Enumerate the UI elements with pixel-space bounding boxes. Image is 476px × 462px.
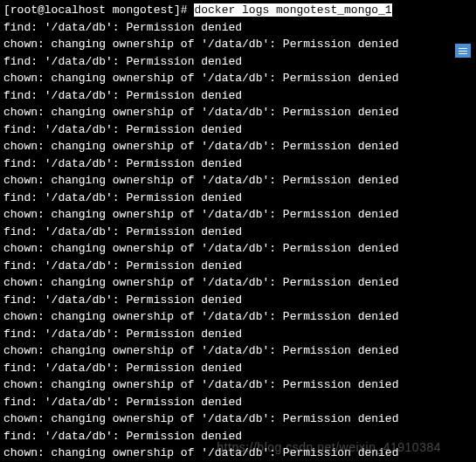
- log-line: chown: changing ownership of '/data/db':…: [3, 342, 473, 360]
- log-line: find: '/data/db': Permission denied: [3, 19, 473, 37]
- log-line: find: '/data/db': Permission denied: [3, 190, 473, 207]
- log-line: find: '/data/db': Permission denied: [3, 326, 473, 343]
- terminal-output[interactable]: [root@localhost mongotest]# docker logs …: [3, 2, 473, 462]
- shell-prompt: [root@localhost mongotest]#: [3, 3, 194, 17]
- selection-menu-icon[interactable]: [455, 44, 471, 58]
- log-line: chown: changing ownership of '/data/db':…: [3, 138, 473, 155]
- log-line: chown: changing ownership of '/data/db':…: [3, 70, 473, 87]
- log-line: chown: changing ownership of '/data/db':…: [3, 36, 473, 53]
- log-line: find: '/data/db': Permission denied: [3, 121, 473, 139]
- log-line: find: '/data/db': Permission denied: [3, 87, 473, 105]
- log-lines: find: '/data/db': Permission deniedchown…: [3, 19, 473, 463]
- log-line: chown: changing ownership of '/data/db':…: [3, 445, 473, 462]
- log-line: find: '/data/db': Permission denied: [3, 428, 473, 445]
- log-line: find: '/data/db': Permission denied: [3, 258, 473, 275]
- log-line: chown: changing ownership of '/data/db':…: [3, 274, 473, 292]
- log-line: find: '/data/db': Permission denied: [3, 360, 473, 377]
- log-line: chown: changing ownership of '/data/db':…: [3, 104, 473, 121]
- log-line: chown: changing ownership of '/data/db':…: [3, 308, 473, 326]
- log-line: chown: changing ownership of '/data/db':…: [3, 172, 473, 190]
- log-line: chown: changing ownership of '/data/db':…: [3, 206, 473, 224]
- shell-command: docker logs mongotest_mongo_1: [194, 3, 391, 17]
- log-line: find: '/data/db': Permission denied: [3, 224, 473, 241]
- log-line: find: '/data/db': Permission denied: [3, 155, 473, 173]
- log-line: find: '/data/db': Permission denied: [3, 292, 473, 309]
- log-line: find: '/data/db': Permission denied: [3, 53, 473, 71]
- log-line: chown: changing ownership of '/data/db':…: [3, 410, 473, 428]
- log-line: chown: changing ownership of '/data/db':…: [3, 376, 473, 394]
- log-line: find: '/data/db': Permission denied: [3, 394, 473, 411]
- log-line: chown: changing ownership of '/data/db':…: [3, 240, 473, 258]
